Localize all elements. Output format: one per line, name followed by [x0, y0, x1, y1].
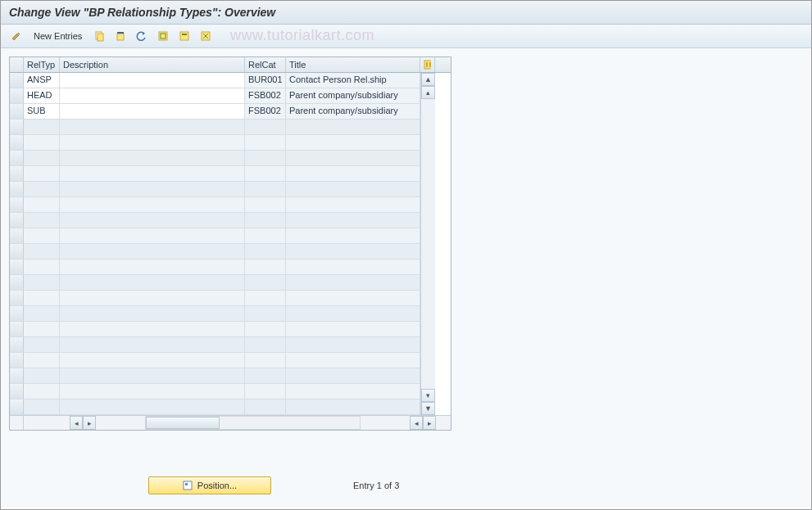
cell-description: [60, 399, 245, 414]
cell-title: [286, 291, 420, 305]
table-row: [24, 399, 420, 415]
table-row: [24, 182, 420, 197]
hscroll-track[interactable]: [145, 416, 361, 430]
hscroll-thumb[interactable]: [146, 417, 220, 429]
deselect-all-icon[interactable]: [197, 28, 215, 44]
cell-reltyp: [24, 135, 60, 150]
cell-title: Contact Person Rel.ship: [286, 73, 420, 88]
cell-reltyp[interactable]: ANSP: [24, 73, 60, 88]
cell-description[interactable]: [60, 73, 245, 88]
row-handle[interactable]: [10, 353, 24, 368]
table-row: [24, 151, 420, 166]
row-handle[interactable]: [10, 337, 24, 353]
column-header-title[interactable]: Title: [286, 57, 420, 72]
row-handle[interactable]: [10, 120, 24, 135]
cell-reltyp[interactable]: HEAD: [24, 88, 60, 103]
row-handle[interactable]: [10, 368, 24, 384]
scroll-left-button[interactable]: ▸: [83, 416, 96, 430]
undo-icon[interactable]: [133, 28, 151, 44]
row-handle[interactable]: [10, 275, 24, 291]
cell-relcat: [245, 166, 286, 181]
watermark-text: www.tutorialkart.com: [230, 27, 374, 44]
cell-title: [286, 166, 420, 181]
row-handle[interactable]: [10, 228, 24, 244]
table-row: [24, 384, 420, 399]
row-handle[interactable]: [10, 291, 24, 306]
cell-description: [60, 166, 245, 181]
row-handle[interactable]: [10, 197, 24, 213]
table-row[interactable]: HEADFSB002Parent company/subsidiary: [24, 88, 420, 104]
cell-description[interactable]: [60, 88, 245, 103]
cell-reltyp: [24, 275, 60, 290]
scroll-right-button[interactable]: ◂: [410, 416, 423, 430]
cell-relcat: FSB002: [245, 104, 286, 119]
column-header-reltyp[interactable]: RelTyp: [24, 57, 60, 72]
row-handle[interactable]: [10, 182, 24, 197]
scroll-track[interactable]: [421, 99, 435, 389]
toolbar: New Entries www.tutorialkart.com: [1, 25, 811, 48]
svg-rect-6: [180, 32, 188, 40]
column-header-relcat[interactable]: RelCat: [245, 57, 286, 72]
position-button-label: Position...: [197, 481, 237, 490]
table-row: [24, 275, 420, 291]
row-handle[interactable]: [10, 88, 24, 104]
vertical-scrollbar[interactable]: ▲ ▴ ▾ ▼: [420, 73, 435, 415]
scroll-up-step-button[interactable]: ▴: [421, 86, 435, 99]
table-row: [24, 197, 420, 213]
row-handle[interactable]: [10, 73, 24, 88]
cell-title: [286, 384, 420, 399]
row-handle[interactable]: [10, 244, 24, 260]
row-handle[interactable]: [10, 306, 24, 322]
row-handle[interactable]: [10, 151, 24, 166]
svg-rect-15: [185, 483, 188, 485]
cell-reltyp: [24, 353, 60, 368]
svg-rect-12: [426, 62, 428, 67]
copy-icon[interactable]: [90, 28, 108, 44]
row-handle[interactable]: [10, 260, 24, 275]
toggle-change-icon[interactable]: [7, 28, 25, 44]
delete-icon[interactable]: [111, 28, 129, 44]
cell-reltyp: [24, 213, 60, 228]
cell-title: [286, 135, 420, 150]
cell-reltyp[interactable]: SUB: [24, 104, 60, 119]
cell-description: [60, 120, 245, 134]
row-handle[interactable]: [10, 213, 24, 228]
row-handle[interactable]: [10, 322, 24, 337]
scroll-up-button[interactable]: ▲: [421, 73, 435, 86]
cell-title: [286, 353, 420, 368]
new-entries-button[interactable]: New Entries: [29, 28, 87, 44]
scroll-right-full-button[interactable]: ▸: [423, 416, 436, 430]
position-button[interactable]: Position...: [148, 476, 271, 494]
table-row[interactable]: ANSPBUR001Contact Person Rel.ship: [24, 73, 420, 88]
cell-description: [60, 213, 245, 228]
table-row: [24, 228, 420, 244]
cell-relcat: [245, 291, 286, 305]
scroll-down-button[interactable]: ▼: [421, 402, 435, 415]
cell-relcat: [245, 151, 286, 165]
row-handle[interactable]: [10, 399, 24, 415]
cell-relcat: [245, 337, 286, 352]
cell-reltyp: [24, 337, 60, 352]
row-handle[interactable]: [10, 104, 24, 120]
row-handle[interactable]: [10, 384, 24, 399]
cell-relcat: [245, 275, 286, 290]
column-header-description[interactable]: Description: [60, 57, 245, 72]
select-all-icon[interactable]: [154, 28, 172, 44]
row-handle[interactable]: [10, 166, 24, 182]
row-handle[interactable]: [10, 135, 24, 151]
cell-description[interactable]: [60, 104, 245, 119]
cell-description: [60, 291, 245, 305]
cell-title: [286, 120, 420, 134]
cell-relcat: [245, 384, 286, 399]
horizontal-scrollbar[interactable]: ◂ ▸ ◂ ▸: [10, 415, 451, 430]
cell-description: [60, 260, 245, 274]
scroll-down-step-button[interactable]: ▾: [421, 389, 435, 402]
table-row[interactable]: SUBFSB002Parent company/subsidiary: [24, 104, 420, 120]
select-column-header[interactable]: [10, 57, 24, 72]
cell-description: [60, 384, 245, 399]
scroll-left-full-button[interactable]: ◂: [70, 416, 83, 430]
svg-rect-1: [98, 34, 103, 41]
cell-title: [286, 322, 420, 336]
select-block-icon[interactable]: [175, 28, 193, 44]
table-settings-icon[interactable]: [420, 57, 435, 72]
